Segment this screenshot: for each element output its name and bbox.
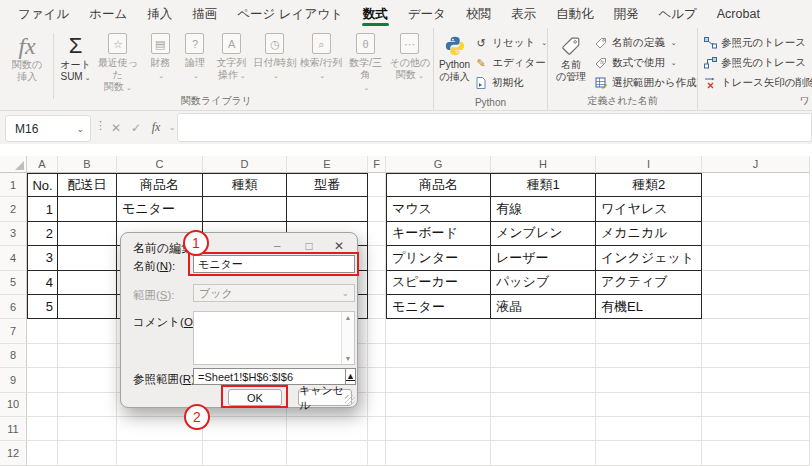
col-header-D[interactable]: D [203, 156, 287, 173]
name-box[interactable]: M16 ⌄ [5, 115, 91, 142]
cell-H3[interactable]: メンブレン [491, 222, 596, 246]
name-manager-button[interactable]: 名前 の管理 [551, 31, 591, 83]
row-header-3[interactable]: 3 [0, 222, 27, 246]
cell-H4[interactable]: レーザー [491, 246, 596, 270]
cell-I6[interactable]: 有機EL [596, 295, 702, 319]
cell-G11[interactable] [386, 417, 491, 441]
cell-H7[interactable] [491, 319, 596, 343]
scroll-up-icon[interactable]: ▲ [345, 314, 352, 321]
cell-I5[interactable]: アクティブ [596, 271, 702, 295]
cell-H12[interactable] [491, 441, 596, 465]
cell-I1[interactable]: 種類2 [596, 173, 702, 197]
cell-J10[interactable] [702, 393, 810, 417]
cell-E12[interactable] [287, 441, 368, 465]
scope-dropdown[interactable]: ブック ⌄ [193, 284, 355, 302]
cell-J7[interactable] [702, 319, 810, 343]
cell-A12[interactable] [27, 441, 58, 465]
cell-B9[interactable] [58, 368, 117, 392]
cell-I9[interactable] [596, 368, 702, 392]
cell-H1[interactable]: 種類1 [491, 173, 596, 197]
cell-I7[interactable] [596, 319, 702, 343]
menu-tab-data[interactable]: データ [398, 0, 456, 28]
cell-F9[interactable] [368, 368, 386, 392]
insert-python-button[interactable]: Python の挿入 [438, 31, 471, 83]
cell-A7[interactable] [27, 319, 58, 343]
cell-B3[interactable] [58, 222, 117, 246]
cell-F11[interactable] [368, 417, 386, 441]
cell-I10[interactable] [596, 393, 702, 417]
col-header-F[interactable]: F [368, 156, 386, 173]
menu-tab-draw[interactable]: 描画 [182, 0, 227, 28]
row-header-12[interactable]: 12 [0, 441, 27, 465]
lookup-reference-functions-button[interactable]: ⌕ 検索/行列 ⌄ [298, 31, 344, 82]
row-header-8[interactable]: 8 [0, 344, 27, 368]
cell-D2[interactable] [203, 197, 287, 221]
cell-A3[interactable]: 2 [27, 222, 58, 246]
cell-A2[interactable]: 1 [27, 197, 58, 221]
cell-E1[interactable]: 型番 [287, 173, 368, 197]
cell-A4[interactable]: 3 [27, 246, 58, 270]
logical-functions-button[interactable]: ? 論理 ⌄ [179, 31, 212, 82]
row-header-9[interactable]: 9 [0, 368, 27, 392]
cell-F12[interactable] [368, 441, 386, 465]
python-initialize-button[interactable]: 初期化 [474, 73, 547, 93]
chevron-down-icon[interactable]: ⌄ [76, 124, 90, 134]
menu-tab-page-layout[interactable]: ページ レイアウト [227, 0, 353, 28]
cell-F8[interactable] [368, 344, 386, 368]
cell-H6[interactable]: 液晶 [491, 295, 596, 319]
cell-G6[interactable]: モニター [386, 295, 491, 319]
row-header-6[interactable]: 6 [0, 295, 27, 319]
col-header-G[interactable]: G [386, 156, 491, 173]
row-header-2[interactable]: 2 [0, 197, 27, 221]
cell-G12[interactable] [386, 441, 491, 465]
col-header-J[interactable]: J [702, 156, 810, 173]
comment-scrollbar[interactable]: ▲ ▼ [341, 312, 354, 364]
cell-G8[interactable] [386, 344, 491, 368]
menu-tab-formulas[interactable]: 数式 [353, 0, 398, 28]
select-all-corner[interactable] [0, 156, 27, 173]
menu-tab-automate[interactable]: 自動化 [546, 0, 604, 28]
date-time-functions-button[interactable]: ◷ 日付/時刻 ⌄ [252, 31, 298, 82]
cell-F10[interactable] [368, 393, 386, 417]
cell-F6[interactable] [368, 295, 386, 319]
cell-G9[interactable] [386, 368, 491, 392]
cell-A6[interactable]: 5 [27, 295, 58, 319]
text-functions-button[interactable]: A 文字列 操作⌄ [211, 31, 251, 82]
row-header-7[interactable]: 7 [0, 319, 27, 343]
cell-D1[interactable]: 種類 [203, 173, 287, 197]
cell-F4[interactable] [368, 246, 386, 270]
math-trig-functions-button[interactable]: θ 数学/三角 ⌄ [344, 31, 386, 94]
cell-B4[interactable] [58, 246, 117, 270]
cell-I4[interactable]: インクジェット [596, 246, 702, 270]
cell-H5[interactable]: パッシブ [491, 271, 596, 295]
cell-D12[interactable] [203, 441, 287, 465]
cell-B5[interactable] [58, 271, 117, 295]
cell-A9[interactable] [27, 368, 58, 392]
menu-tab-home[interactable]: ホーム [79, 0, 137, 28]
cell-I11[interactable] [596, 417, 702, 441]
cell-J5[interactable] [702, 271, 810, 295]
formula-input[interactable] [177, 113, 812, 142]
cell-A11[interactable] [27, 417, 58, 441]
use-in-formula-button[interactable]: fx 数式で使用 ⌄ [594, 53, 697, 73]
cell-A5[interactable]: 4 [27, 271, 58, 295]
more-functions-button[interactable]: ⋯ その他の 関数⌄ [387, 31, 433, 82]
cell-I8[interactable] [596, 344, 702, 368]
python-reset-button[interactable]: ↺ リセット ⌄ [474, 33, 547, 53]
comment-field[interactable]: ▲ ▼ [193, 311, 355, 365]
cell-H11[interactable] [491, 417, 596, 441]
cell-J2[interactable] [702, 197, 810, 221]
cell-A1[interactable]: No. [27, 173, 58, 197]
remove-arrows-button[interactable]: トレース矢印の削除 [703, 73, 812, 93]
recently-used-functions-button[interactable]: ☆ 最近使った 関数⌄ [94, 31, 142, 94]
insert-function-button[interactable]: fx 関数の 挿入 [4, 31, 50, 83]
trace-precedents-button[interactable]: 参照元のトレース [703, 33, 812, 53]
python-editor-button[interactable]: ✎ エディター [474, 53, 547, 73]
scroll-down-icon[interactable]: ▼ [345, 355, 352, 362]
cell-F5[interactable] [368, 271, 386, 295]
col-header-E[interactable]: E [287, 156, 368, 173]
cell-G3[interactable]: キーボード [386, 222, 491, 246]
cell-B11[interactable] [58, 417, 117, 441]
col-header-H[interactable]: H [491, 156, 596, 173]
cell-A10[interactable] [27, 393, 58, 417]
